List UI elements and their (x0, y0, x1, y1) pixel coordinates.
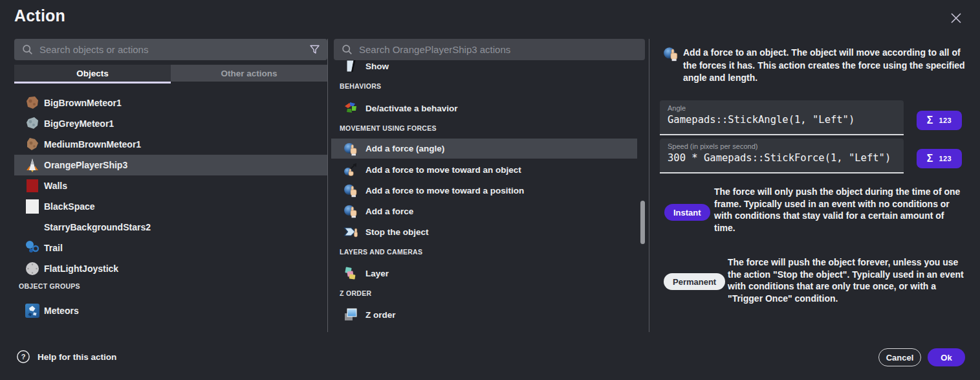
filter-icon[interactable] (309, 43, 321, 56)
object-label: BigGreyMeteor1 (44, 118, 114, 129)
action-row[interactable]: Add a force to move toward an object (331, 159, 649, 180)
player-ship-icon (25, 157, 40, 173)
instant-description: The force will only push the object duri… (714, 186, 968, 234)
section-heading: MOVEMENT USING FORCES (340, 121, 437, 135)
object-label: FlatLightJoystick (44, 263, 118, 274)
section-heading: Z ORDER (340, 286, 371, 300)
action-label: Add a force to move toward a position (365, 186, 524, 196)
object-row[interactable]: StarryBackgroundStars2 (14, 217, 327, 238)
left-tabs: Objects Other actions (14, 65, 327, 82)
action-row[interactable]: Layer (331, 263, 649, 284)
object-row[interactable]: BigGreyMeteor1 (14, 113, 327, 134)
action-row[interactable]: Add a force to move toward a position (331, 180, 649, 201)
action-label: Add a force (angle) (365, 144, 444, 153)
action-label: De/activate a behavior (365, 104, 458, 113)
brown-meteor-icon (25, 95, 40, 111)
panel-divider (327, 39, 328, 332)
show-icon (343, 58, 358, 74)
action-label: Add a force (365, 207, 413, 216)
red-square-icon (25, 178, 40, 194)
search-icon (342, 44, 353, 55)
close-icon (950, 12, 963, 25)
tab-other-actions[interactable]: Other actions (171, 65, 327, 82)
ok-button[interactable]: Ok (928, 348, 965, 366)
sigma-icon: Σ (927, 115, 933, 126)
instant-badge: Instant (664, 204, 710, 221)
object-label: MediumBrownMeteor1 (44, 139, 141, 150)
object-row[interactable]: BigBrownMeteor1 (14, 93, 327, 113)
action-row-selected[interactable]: Add a force (angle) (331, 139, 637, 159)
object-label: BlackSpace (44, 201, 95, 212)
group-row[interactable]: Meteors (14, 300, 327, 321)
grey-meteor-icon (25, 116, 40, 131)
permanent-badge: Permanent (664, 273, 725, 290)
angle-expression-button[interactable]: Σ 123 (917, 111, 962, 130)
z-order-icon (343, 307, 358, 322)
object-label: Walls (44, 181, 67, 191)
stop-object-icon (343, 224, 358, 240)
svg-text:?: ? (21, 353, 26, 361)
meteors-group-icon (25, 303, 40, 319)
group-label: Meteors (44, 306, 79, 316)
angle-field-value[interactable]: Gamepads::StickAngle(1, "Left") (668, 114, 896, 126)
close-button[interactable] (947, 9, 965, 27)
tab-objects[interactable]: Objects (14, 65, 171, 82)
brown-meteor-icon (25, 137, 40, 152)
behavior-icon (343, 100, 358, 116)
cancel-button[interactable]: Cancel (878, 348, 921, 366)
speed-expression-button[interactable]: Σ 123 (917, 149, 962, 168)
action-label: Stop the object (365, 227, 429, 237)
object-row[interactable]: FlatLightJoystick (14, 258, 327, 279)
search-icon (22, 44, 33, 55)
page-title: Action (14, 6, 65, 25)
speed-field-label: Speed (in pixels per second) (668, 142, 896, 150)
angle-field[interactable]: Angle Gamepads::StickAngle(1, "Left") (660, 100, 904, 135)
help-link[interactable]: ? Help for this action (16, 350, 116, 364)
empty-icon (25, 219, 40, 235)
objects-search-input[interactable] (39, 44, 309, 55)
white-square-icon (25, 199, 40, 214)
action-row[interactable]: Stop the object (331, 221, 649, 242)
action-row[interactable]: Show (331, 56, 649, 76)
panel-divider (649, 39, 649, 332)
object-row-selected[interactable]: OrangePlayerShip3 (14, 155, 327, 175)
object-label: BigBrownMeteor1 (44, 98, 122, 108)
actions-scrollbar[interactable] (640, 201, 645, 244)
action-row[interactable]: De/activate a behavior (331, 98, 649, 118)
object-row[interactable]: BlackSpace (14, 196, 327, 217)
action-label: Add a force to move toward an object (365, 165, 521, 175)
action-row[interactable]: Add a force (331, 201, 649, 221)
trail-icon (25, 240, 40, 256)
object-groups-heading: OBJECT GROUPS (19, 279, 80, 293)
action-description: Add a force to an object. The object wil… (683, 47, 966, 85)
speed-field[interactable]: Speed (in pixels per second) 300 * Gamep… (660, 139, 904, 173)
object-label: StarryBackgroundStars2 (44, 222, 151, 232)
objects-search[interactable] (14, 39, 327, 60)
permanent-description: The force will push the object forever, … (728, 256, 967, 304)
add-force-toward-object-icon (343, 162, 358, 177)
add-force-icon (662, 45, 679, 65)
help-icon: ? (16, 350, 30, 364)
help-label: Help for this action (38, 352, 116, 362)
object-label: Trail (44, 243, 63, 253)
action-label: Z order (365, 310, 396, 320)
speed-field-value[interactable]: 300 * Gamepads::StickForce(1, "Left") (668, 152, 896, 164)
joystick-icon (25, 261, 40, 276)
numbers-icon: 123 (939, 117, 952, 124)
add-force-icon (343, 141, 358, 157)
section-heading: BEHAVIORS (340, 79, 381, 93)
add-force-icon (343, 183, 358, 198)
object-row[interactable]: Trail (14, 238, 327, 258)
action-label: Layer (365, 269, 389, 278)
section-heading: LAYERS AND CAMERAS (340, 245, 422, 259)
object-label: OrangePlayerShip3 (44, 160, 127, 170)
object-row[interactable]: Walls (14, 175, 327, 196)
tab-underline (14, 82, 171, 84)
numbers-icon: 123 (939, 155, 952, 162)
actions-search-input[interactable] (359, 44, 638, 55)
layer-icon (343, 265, 358, 281)
object-row[interactable]: MediumBrownMeteor1 (14, 134, 327, 155)
sigma-icon: Σ (927, 153, 933, 164)
action-row[interactable]: Z order (331, 304, 649, 325)
angle-field-label: Angle (668, 104, 896, 112)
